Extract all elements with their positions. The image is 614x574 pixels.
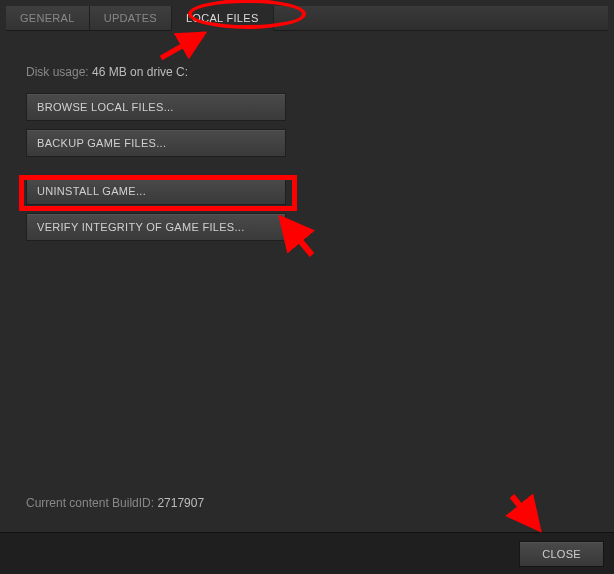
uninstall-game-button[interactable]: UNINSTALL GAME...	[26, 177, 286, 205]
tab-general[interactable]: GENERAL	[6, 6, 90, 30]
backup-game-files-button[interactable]: BACKUP GAME FILES...	[26, 129, 286, 157]
disk-usage-text: Disk usage:	[26, 65, 89, 79]
content-area: Disk usage: 46 MB on drive C: BROWSE LOC…	[6, 31, 608, 251]
browse-local-files-button[interactable]: BROWSE LOCAL FILES...	[26, 93, 286, 121]
tab-spacer	[274, 6, 608, 30]
tab-bar: GENERAL UPDATES LOCAL FILES	[6, 6, 608, 31]
svg-line-2	[512, 496, 538, 528]
tab-updates[interactable]: UPDATES	[90, 6, 172, 30]
build-id-text: Current content BuildID:	[26, 496, 154, 510]
build-id-value: 2717907	[157, 496, 204, 510]
build-id-label: Current content BuildID: 2717907	[26, 496, 204, 510]
footer-bar: CLOSE	[0, 532, 614, 574]
close-button[interactable]: CLOSE	[519, 541, 604, 567]
button-list: BROWSE LOCAL FILES... BACKUP GAME FILES.…	[26, 93, 286, 241]
tab-local-files[interactable]: LOCAL FILES	[172, 6, 274, 31]
disk-usage-label: Disk usage: 46 MB on drive C:	[26, 65, 588, 79]
verify-integrity-button[interactable]: VERIFY INTEGRITY OF GAME FILES...	[26, 213, 286, 241]
disk-usage-value: 46 MB on drive C:	[92, 65, 188, 79]
annotation-arrow-close	[504, 490, 548, 536]
